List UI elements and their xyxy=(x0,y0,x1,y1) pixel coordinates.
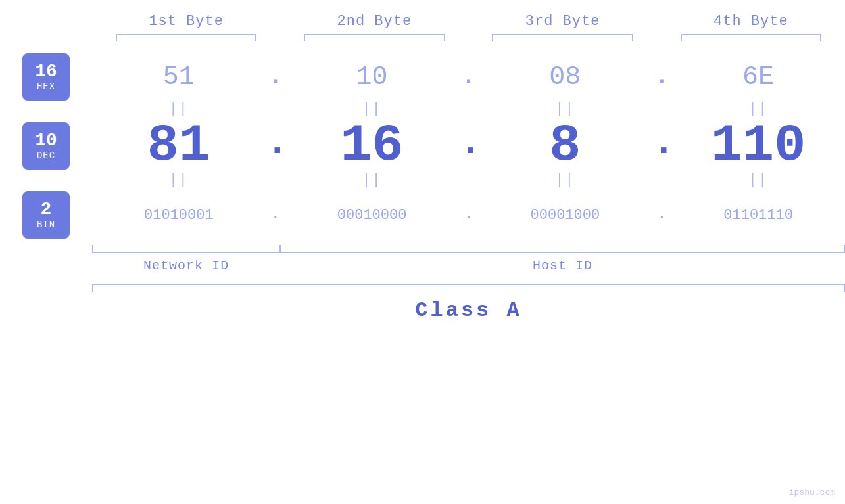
equals-values-1: || || || || xyxy=(92,101,845,117)
hex-byte4: 6E xyxy=(671,62,845,92)
bracket-cell-1 xyxy=(92,34,280,41)
bin-base-number: 2 xyxy=(41,200,52,220)
byte1-header: 1st Byte xyxy=(92,13,280,30)
hex-byte1: 51 xyxy=(92,62,266,92)
hex-badge: 16 HEX xyxy=(22,53,70,101)
bin-full-row: 2 BIN 01010001 . 00010000 . 00001000 . 0… xyxy=(0,191,845,239)
hex-base-label: HEX xyxy=(37,81,55,92)
hex-base-number: 16 xyxy=(35,62,57,82)
byte2-header: 2nd Byte xyxy=(280,13,468,30)
dec-byte2: 16 xyxy=(285,120,459,172)
eq1-b1: || xyxy=(92,101,266,117)
dec-dot-3: . xyxy=(652,123,671,162)
dec-byte3: 8 xyxy=(479,120,652,172)
byte4-header: 4th Byte xyxy=(657,13,845,30)
hex-byte2: 10 xyxy=(285,62,459,92)
bottom-brackets-row xyxy=(92,245,845,253)
network-bottom-bracket xyxy=(92,245,280,253)
watermark: ipshu.com xyxy=(789,488,835,497)
eq1-b2: || xyxy=(285,101,459,117)
bin-badge-cell: 2 BIN xyxy=(0,191,92,239)
top-brackets xyxy=(0,34,845,41)
hex-values-row: 51 . 10 . 08 . 6E xyxy=(92,62,845,92)
dec-byte1: 81 xyxy=(92,120,266,172)
dec-byte4: 110 xyxy=(671,120,845,172)
dec-badge-cell: 10 DEC xyxy=(0,122,92,170)
bracket-top-3 xyxy=(492,34,633,41)
bracket-cell-4 xyxy=(657,34,845,41)
bin-dot-3: . xyxy=(652,208,671,221)
dec-base-number: 10 xyxy=(35,131,57,151)
network-id-label: Network ID xyxy=(92,258,280,273)
byte-headers: 1st Byte 2nd Byte 3rd Byte 4th Byte xyxy=(0,13,845,30)
bin-dot-1: . xyxy=(266,208,285,221)
dec-dot-2: . xyxy=(459,123,479,162)
dec-dot-1: . xyxy=(266,123,285,162)
bin-byte3: 00001000 xyxy=(479,207,652,223)
class-top-bracket xyxy=(92,284,845,292)
bracket-top-1 xyxy=(116,34,257,41)
bin-base-label: BIN xyxy=(37,219,55,230)
main-container: 1st Byte 2nd Byte 3rd Byte 4th Byte 16 H… xyxy=(0,0,845,504)
bin-dot-2: . xyxy=(459,208,479,221)
dec-badge: 10 DEC xyxy=(22,122,70,170)
byte3-header: 3rd Byte xyxy=(469,13,657,30)
eq1-b4: || xyxy=(671,101,845,117)
hex-byte3: 08 xyxy=(479,62,652,92)
bottom-labels-row: Network ID Host ID xyxy=(92,258,845,273)
host-id-label: Host ID xyxy=(280,258,845,273)
dec-full-row: 10 DEC 81 . 16 . 8 . 110 xyxy=(0,120,845,172)
bin-byte1: 01010001 xyxy=(92,207,266,223)
bin-byte4: 01101110 xyxy=(671,207,845,223)
bracket-top-4 xyxy=(681,34,822,41)
dec-values-row: 81 . 16 . 8 . 110 xyxy=(92,120,845,172)
dec-base-label: DEC xyxy=(37,150,55,161)
hex-full-row: 16 HEX 51 . 10 . 08 . 6E xyxy=(0,53,845,101)
hex-dot-3: . xyxy=(652,65,671,89)
class-section: Class A xyxy=(0,284,845,323)
bracket-cell-3 xyxy=(469,34,657,41)
bin-badge: 2 BIN xyxy=(22,191,70,239)
bottom-section: Network ID Host ID xyxy=(0,245,845,273)
bracket-cell-2 xyxy=(280,34,468,41)
class-label: Class A xyxy=(415,298,521,323)
eq1-b3: || xyxy=(479,101,652,117)
bin-values-row: 01010001 . 00010000 . 00001000 . 0110111… xyxy=(92,207,845,223)
hex-dot-1: . xyxy=(266,65,285,89)
bracket-top-2 xyxy=(304,34,445,41)
bin-byte2: 00010000 xyxy=(285,207,459,223)
equals-row-1: || || || || xyxy=(0,101,845,117)
hex-dot-2: . xyxy=(459,65,479,89)
hex-badge-cell: 16 HEX xyxy=(0,53,92,101)
host-bottom-bracket xyxy=(280,245,845,253)
class-label-row: Class A xyxy=(92,298,845,323)
